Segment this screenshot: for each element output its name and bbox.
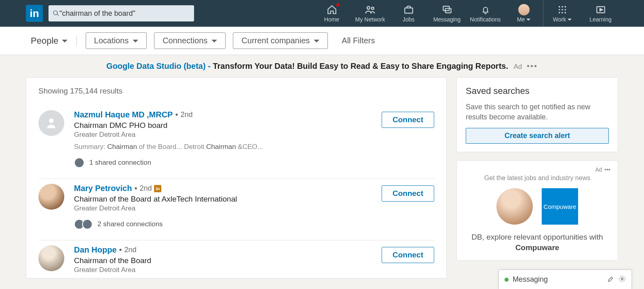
ad-avatar (496, 188, 533, 225)
result-name[interactable]: Dan Hoppe (74, 245, 117, 255)
ad-text: Transform Your Data! Build Easy to Read … (213, 62, 508, 70)
ad-menu-icon[interactable]: ••• (604, 166, 610, 173)
results-count: Showing 175,144 results (38, 87, 434, 96)
result-headline: Chairman of the Board (74, 256, 382, 265)
connection-degree: 2nd (180, 110, 192, 119)
chevron-down-icon (211, 40, 217, 45)
people-icon (365, 4, 376, 15)
filter-locations[interactable]: Locations (86, 32, 147, 49)
ad-menu-icon[interactable]: ••• (527, 62, 538, 70)
result-row: Mary Petrovich • 2nd in Chairman of the … (38, 179, 434, 240)
nav-notifications[interactable]: Notifications (466, 0, 505, 27)
connect-button[interactable]: Connect (382, 247, 434, 263)
home-icon (327, 4, 337, 15)
nav-messaging-label: Messaging (433, 16, 461, 23)
filter-connections[interactable]: Connections (154, 32, 226, 49)
nav-me[interactable]: Me (505, 0, 543, 27)
chevron-down-icon (133, 40, 138, 45)
briefcase-icon (403, 4, 414, 15)
nav-me-label: Me (517, 16, 530, 23)
search-input[interactable] (59, 9, 190, 18)
result-name[interactable]: Mary Petrovich (74, 184, 132, 193)
shared-avatar-icon (74, 157, 84, 168)
filter-type-label: People (31, 36, 59, 46)
svg-point-1 (371, 7, 374, 10)
result-row: Nazmul Haque MD ,MRCP • 2nd Chairman DMC… (38, 105, 434, 179)
search-box[interactable] (49, 5, 194, 21)
saved-desc: Save this search to get notified as new … (466, 102, 609, 122)
shared-connections[interactable]: 1 shared connection (74, 157, 382, 168)
connection-degree: 2nd (125, 246, 137, 254)
svg-point-12 (562, 12, 563, 14)
connect-button[interactable]: Connect (382, 185, 434, 202)
chat-icon (442, 4, 452, 15)
nav-notifications-label: Notifications (470, 16, 500, 23)
nav-work[interactable]: Work (543, 0, 581, 27)
shared-connections[interactable]: 2 shared connections (74, 219, 382, 230)
result-headline: Chairman of the Board at AxleTech Intern… (74, 195, 382, 204)
svg-rect-2 (405, 8, 413, 13)
svg-point-8 (559, 9, 560, 11)
avatar[interactable] (38, 245, 64, 271)
result-location: Greater Detroit Area (74, 204, 382, 212)
ad-subtitle: Get the latest jobs and industry news (464, 174, 610, 182)
svg-point-13 (565, 12, 566, 14)
ad-link[interactable]: Google Data Studio (beta) - (106, 62, 211, 70)
avatar-icon (518, 4, 530, 15)
create-alert-button[interactable]: Create search alert (466, 128, 609, 144)
compose-icon[interactable] (607, 275, 614, 279)
separator-dot: • (175, 110, 178, 119)
nav-jobs[interactable]: Jobs (389, 0, 428, 27)
connect-button[interactable]: Connect (382, 112, 434, 128)
filter-bar: People Locations Connections Current com… (0, 27, 644, 55)
ad-company-logo[interactable]: Compuware (542, 188, 578, 225)
nav-network[interactable]: My Network (351, 0, 389, 27)
avatar[interactable] (38, 184, 64, 210)
connection-degree: 2nd (139, 184, 152, 193)
svg-point-6 (562, 6, 563, 8)
top-nav: in Home My Network Jobs Messaging Notifi… (0, 0, 644, 27)
presence-dot-icon (505, 278, 509, 279)
search-icon (53, 10, 59, 17)
saved-title: Saved searches (466, 86, 609, 96)
nav-home[interactable]: Home (312, 0, 351, 27)
filter-pill-label: Connections (163, 36, 207, 45)
result-location: Greater Detroit Area (74, 266, 382, 274)
messaging-dock[interactable]: Messaging (498, 270, 632, 278)
svg-point-7 (565, 6, 566, 8)
chevron-down-icon (314, 40, 319, 45)
result-headline: Chairman DMC PHO board (74, 121, 382, 130)
sidebar-ad-card: Ad••• Get the latest jobs and industry n… (456, 160, 618, 260)
avatar[interactable] (38, 110, 64, 136)
nav-network-label: My Network (355, 16, 385, 23)
ad-body: DB, explore relevant opportunities with … (464, 232, 610, 253)
separator-dot: • (119, 245, 122, 255)
linkedin-logo[interactable]: in (26, 5, 43, 22)
svg-point-15 (621, 278, 623, 278)
svg-point-11 (559, 12, 560, 14)
play-icon (595, 4, 606, 15)
nav-messaging[interactable]: Messaging (428, 0, 466, 27)
home-badge (336, 2, 340, 7)
person-icon (44, 116, 58, 130)
all-filters[interactable]: All Filters (342, 36, 375, 45)
messaging-label: Messaging (513, 275, 603, 278)
nav-home-label: Home (324, 16, 339, 23)
separator-dot: • (134, 184, 137, 193)
result-location: Greater Detroit Area (74, 131, 382, 139)
filter-current-companies[interactable]: Current companies (233, 32, 328, 49)
nav-jobs-label: Jobs (403, 16, 415, 23)
sponsored-strip: Google Data Studio (beta) - Transform Yo… (0, 55, 644, 77)
ad-tag: Ad (514, 63, 522, 70)
ad-tag: Ad (595, 166, 602, 173)
shared-text: 2 shared connections (97, 220, 163, 228)
grid-icon (558, 5, 567, 14)
filter-pill-label: Locations (94, 36, 129, 45)
filter-type[interactable]: People (31, 36, 77, 46)
results-panel: Showing 175,144 results Nazmul Haque MD … (26, 77, 447, 278)
bell-icon (481, 5, 490, 15)
result-name[interactable]: Nazmul Haque MD ,MRCP (74, 110, 173, 119)
svg-point-10 (565, 9, 566, 11)
nav-learning[interactable]: Learning (581, 0, 620, 27)
gear-icon[interactable] (619, 275, 626, 279)
